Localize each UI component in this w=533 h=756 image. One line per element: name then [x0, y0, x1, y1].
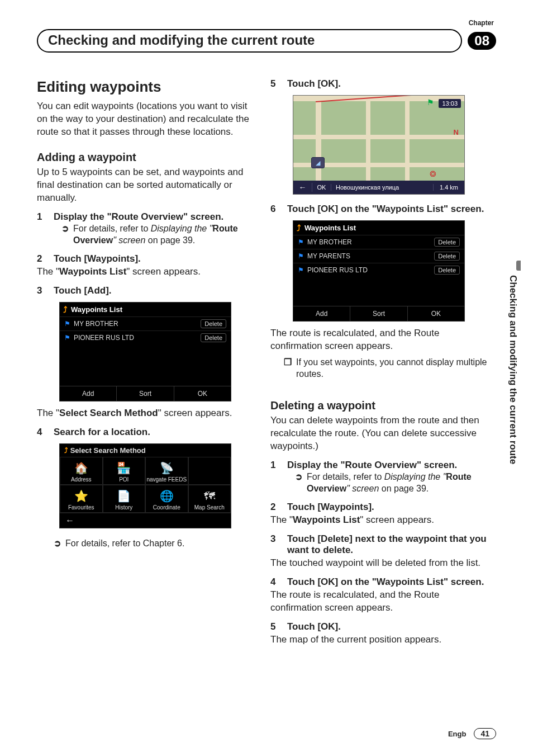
screenshot-waypoints-list-2: ⤴Waypoints List ⚑MY BROTHERDelete ⚑MY PA… — [293, 220, 465, 322]
star-icon: ⭐ — [60, 489, 102, 503]
delete-button[interactable]: Delete — [201, 319, 226, 328]
add-step-4: 4Search for a location. — [37, 427, 256, 438]
empty-cell — [188, 457, 231, 485]
route-icon: ⤴ — [63, 305, 68, 314]
del-step-5-result: The map of the current position appears. — [270, 634, 489, 646]
add-button[interactable]: Add — [60, 386, 116, 401]
view-mode-button[interactable]: ◢ — [311, 157, 325, 168]
poi-button[interactable]: 🏪POI — [103, 457, 146, 485]
poi-icon: 🏪 — [103, 461, 145, 475]
back-button[interactable]: ← — [60, 513, 231, 528]
add-step-5: 5Touch [OK]. — [270, 78, 489, 89]
add-step-3-result: The "Select Search Method" screen appear… — [37, 407, 256, 420]
add-step-3: 3Touch [Add]. — [37, 285, 256, 296]
ok-button[interactable]: OK — [407, 306, 464, 321]
add-step-6-result: The route is recalculated, and the Route… — [270, 327, 489, 353]
list-item[interactable]: ⚑MY BROTHERDelete — [60, 316, 231, 330]
page-number: 41 — [474, 728, 496, 739]
screenshot-select-search-method: ⤴ Select Search Method 🏠Address 🏪POI 📡na… — [59, 443, 231, 528]
flag-icon: ⚑ — [298, 252, 304, 260]
route-icon: ⤴ — [297, 223, 301, 233]
flag-icon: ⚑ — [298, 238, 304, 246]
del-step-4-result: The route is recalculated, and the Route… — [270, 589, 489, 615]
street-name: Новошукинская улица — [331, 184, 433, 191]
list-item[interactable]: ⚑PIONEER RUS LTDDelete — [293, 263, 464, 277]
time-badge: 13:03 — [439, 99, 461, 108]
del-step-2: 2Touch [Waypoints]. — [270, 502, 489, 513]
header-title: Checking and modifying the current route — [37, 29, 462, 53]
history-icon: 📄 — [103, 489, 145, 503]
destination-icon: ❂ — [430, 169, 436, 178]
del-step-2-result: The "Waypoints List" screen appears. — [270, 514, 489, 527]
flag-icon: ⚑ — [298, 266, 304, 274]
screenshot-waypoints-list-1: ⤴Waypoints List ⚑MY BROTHERDelete ⚑PIONE… — [59, 302, 231, 401]
flag-icon: ⚑ — [427, 98, 434, 107]
add-step-6: 6Touch [OK] on the "Waypoints List" scre… — [270, 204, 489, 215]
flag-icon: ⚑ — [64, 320, 70, 328]
link-arrow-icon: ➲ — [61, 223, 69, 247]
north-indicator: N — [454, 128, 459, 136]
del-step-3-result: The touched waypoint will be deleted fro… — [270, 557, 489, 570]
add-step-4-sub: ➲ For details, refer to Chapter 6. — [54, 537, 256, 550]
coordinate-button[interactable]: 🌐Coordinate — [145, 485, 188, 513]
distance-label: 1.4 km — [433, 184, 464, 191]
sort-button[interactable]: Sort — [116, 386, 173, 401]
flag-icon: ⚑ — [64, 334, 70, 342]
intro-text: You can edit waypoints (locations you wa… — [37, 100, 256, 139]
del-intro: You can delete waypoints from the route … — [270, 414, 489, 453]
delete-button[interactable]: Delete — [434, 238, 460, 247]
add-intro: Up to 5 waypoints can be set, and waypoi… — [37, 166, 256, 205]
globe-icon: 🌐 — [146, 489, 188, 503]
delete-button[interactable]: Delete — [434, 252, 460, 261]
sort-button[interactable]: Sort — [350, 306, 407, 321]
heading-editing-waypoints: Editing waypoints — [37, 78, 256, 96]
add-step-1: 1Display the "Route Overview" screen. — [37, 211, 256, 223]
header-bar: Checking and modifying the current route… — [37, 29, 496, 53]
delete-button[interactable]: Delete — [434, 266, 460, 275]
delete-button[interactable]: Delete — [201, 333, 226, 342]
heading-deleting-waypoint: Deleting a waypoint — [270, 399, 489, 412]
address-button[interactable]: 🏠Address — [60, 457, 103, 485]
back-button[interactable]: ← — [293, 183, 312, 192]
heading-adding-waypoint: Adding a waypoint — [37, 151, 256, 164]
map-icon: 🗺 — [189, 489, 231, 503]
add-button[interactable]: Add — [293, 306, 350, 321]
add-step-1-sub: ➲ For details, refer to Displaying the "… — [61, 223, 256, 247]
navgate-feeds-button[interactable]: 📡navgate FEEDS — [145, 457, 188, 485]
del-step-4: 4Touch [OK] on the "Waypoints List" scre… — [270, 577, 489, 588]
screenshot-map: 13:03 ⚑ N ◢ ❂ ← OK Новошукинская улица 1… — [293, 95, 465, 195]
link-arrow-icon: ➲ — [54, 537, 61, 550]
ok-button[interactable]: OK — [174, 386, 231, 401]
chapter-label: Chapter — [469, 19, 494, 27]
route-icon: ⤴ — [64, 446, 70, 455]
list-item[interactable]: ⚑MY BROTHERDelete — [293, 235, 464, 249]
side-tab: Checking and modifying the current route — [507, 261, 521, 529]
list-item[interactable]: ⚑MY PARENTSDelete — [293, 249, 464, 263]
link-arrow-icon: ➲ — [295, 471, 302, 495]
page-footer: Engb 41 — [448, 728, 496, 739]
feeds-icon: 📡 — [146, 461, 188, 475]
del-step-5: 5Touch [OK]. — [270, 621, 489, 632]
del-step-1-sub: ➲ For details, refer to Displaying the "… — [295, 471, 489, 495]
del-step-3: 3Touch [Delete] next to the waypoint tha… — [270, 533, 489, 556]
map-search-button[interactable]: 🗺Map Search — [188, 485, 231, 513]
note-icon: ❐ — [284, 356, 292, 380]
ok-button[interactable]: OK — [312, 184, 331, 191]
del-step-1: 1Display the "Route Overview" screen. — [270, 460, 489, 471]
list-item[interactable]: ⚑PIONEER RUS LTDDelete — [60, 330, 231, 344]
add-note: ❐ If you set waypoints, you cannot displ… — [284, 356, 489, 380]
chapter-number: 08 — [468, 32, 496, 50]
history-button[interactable]: 📄History — [103, 485, 146, 513]
house-icon: 🏠 — [60, 461, 102, 475]
favourites-button[interactable]: ⭐Favourites — [60, 485, 103, 513]
add-step-2: 2Touch [Waypoints]. — [37, 253, 256, 264]
add-step-2-result: The "Waypoints List" screen appears. — [37, 266, 256, 278]
